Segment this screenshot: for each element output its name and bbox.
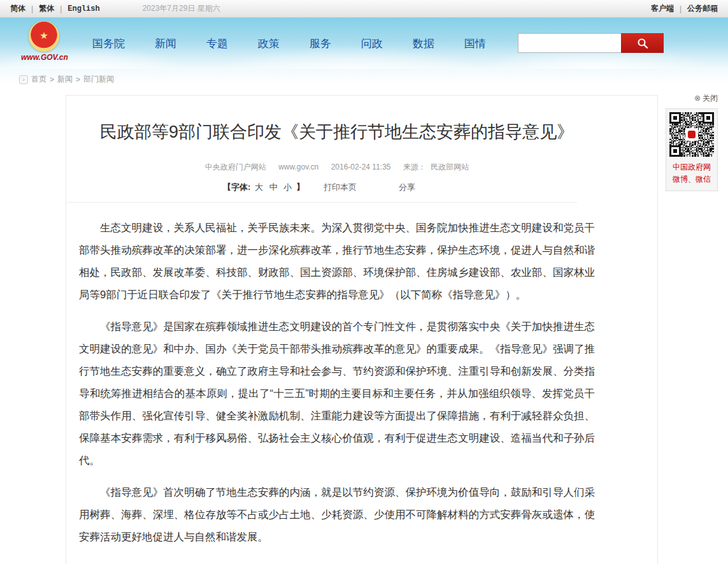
print-button[interactable]: 打印本页 [324, 182, 357, 193]
topbar: 简体 | 繁体 | English 2023年7月29日 星期六 客户端 | 公… [0, 0, 728, 18]
qr-caption-line: 微博、微信 [669, 173, 715, 185]
breadcrumb-current: 部门新闻 [83, 74, 114, 85]
lang-english[interactable]: English [68, 4, 99, 13]
separator: > [76, 75, 80, 84]
breadcrumb-icon: › [19, 75, 28, 84]
meta-url: www.gov.cn [278, 163, 318, 171]
nav-item-policies[interactable]: 政策 [258, 36, 280, 51]
qr-caption: 中国政府网 微博、微信 [669, 161, 715, 185]
font-size-label: 【字体: [223, 182, 250, 192]
page: 简体 | 繁体 | English 2023年7月29日 星期六 客户端 | 公… [0, 0, 728, 564]
qr-finder-icon [669, 112, 681, 124]
article-meta: 中央政府门户网站 www.gov.cn 2016-02-24 11:35 来源：… [79, 162, 595, 173]
separator: | [680, 4, 682, 13]
main-nav: 国务院 新闻 专题 政策 服务 问政 数据 国情 [92, 18, 486, 69]
meta-source-label: 来源： [403, 163, 426, 171]
close-label: 关闭 [703, 94, 718, 103]
article-body: 生态文明建设，关系人民福祉，关乎民族未来。为深入贯彻党中央、国务院加快推进生态文… [79, 217, 595, 548]
search-input[interactable] [518, 33, 621, 53]
article-card: 民政部等9部门联合印发《关于推行节地生态安葬的指导意见》 中央政府门户网站 ww… [66, 95, 658, 564]
qr-code [669, 112, 714, 157]
qr-widget: ⊗关闭 中国政府网 微博、微信 [666, 93, 718, 191]
font-size-group: 【字体: 大 中 小 】 [223, 182, 304, 193]
qr-box: 中国政府网 微博、微信 [666, 108, 718, 191]
national-emblem-icon [29, 21, 59, 52]
qr-finder-icon [703, 112, 714, 124]
separator: > [50, 75, 54, 84]
main-content: 民政部等9部门联合印发《关于推行节地生态安葬的指导意见》 中央政府门户网站 ww… [0, 95, 728, 564]
meta-site: 中央政府门户网站 [205, 163, 266, 171]
qr-caption-line: 中国政府网 [669, 161, 715, 173]
search-button[interactable] [621, 33, 664, 53]
separator: | [60, 4, 62, 13]
meta-source: 民政部网站 [431, 163, 469, 171]
close-icon: ⊗ [694, 94, 701, 103]
article-paragraph: 《指导意见》是国家在殡葬领域推进生态文明建设的首个专门性文件，是贯彻落实中央《关… [79, 315, 595, 472]
client-link[interactable]: 客户端 [651, 3, 674, 14]
font-size-label-end: 】 [296, 182, 304, 192]
font-size-small[interactable]: 小 [283, 182, 292, 192]
breadcrumb-news[interactable]: 新闻 [57, 74, 73, 85]
nav-item-data[interactable]: 数据 [413, 36, 434, 51]
nav-item-news[interactable]: 新闻 [155, 36, 176, 51]
article-title: 民政部等9部门联合印发《关于推行节地生态安葬的指导意见》 [79, 112, 595, 152]
breadcrumb-home[interactable]: 首页 [31, 74, 46, 85]
qr-finder-icon [669, 145, 681, 157]
separator: | [31, 4, 33, 13]
font-size-large[interactable]: 大 [255, 182, 263, 192]
nav-item-national-conditions[interactable]: 国情 [464, 36, 486, 51]
breadcrumb: › 首页 > 新闻 > 部门新闻 [0, 69, 728, 90]
nav-item-topics[interactable]: 专题 [206, 36, 228, 51]
search-icon [637, 38, 648, 49]
article-toolbar: 【字体: 大 中 小 】 打印本页 分享 [66, 182, 577, 203]
close-button[interactable]: ⊗关闭 [666, 93, 718, 104]
font-size-medium[interactable]: 中 [269, 182, 278, 192]
qr-center-emblem-icon [685, 128, 698, 141]
nav-item-services[interactable]: 服务 [310, 36, 331, 51]
nav-item-interaction[interactable]: 问政 [361, 36, 383, 51]
logo-text: www.GOV.cn [21, 53, 67, 62]
date-text: 2023年7月29日 星期六 [143, 3, 220, 14]
article-paragraph: 《指导意见》首次明确了节地生态安葬的内涵，就是以节约资源、保护环境为价值导向，鼓… [79, 481, 595, 548]
lang-traditional[interactable]: 繁体 [39, 3, 54, 14]
article-paragraph: 生态文明建设，关系人民福祉，关乎民族未来。为深入贯彻党中央、国务院加快推进生态文… [79, 217, 595, 306]
meta-datetime: 2016-02-24 11:35 [331, 163, 391, 171]
mailbox-link[interactable]: 公务邮箱 [687, 3, 718, 14]
search-bar [518, 33, 664, 53]
nav-item-state-council[interactable]: 国务院 [92, 36, 125, 51]
header-banner: www.GOV.cn 国务院 新闻 专题 政策 服务 问政 数据 国情 [0, 18, 728, 69]
lang-simplified[interactable]: 简体 [10, 3, 25, 14]
share-button[interactable]: 分享 [399, 182, 415, 193]
site-logo[interactable]: www.GOV.cn [21, 21, 67, 62]
